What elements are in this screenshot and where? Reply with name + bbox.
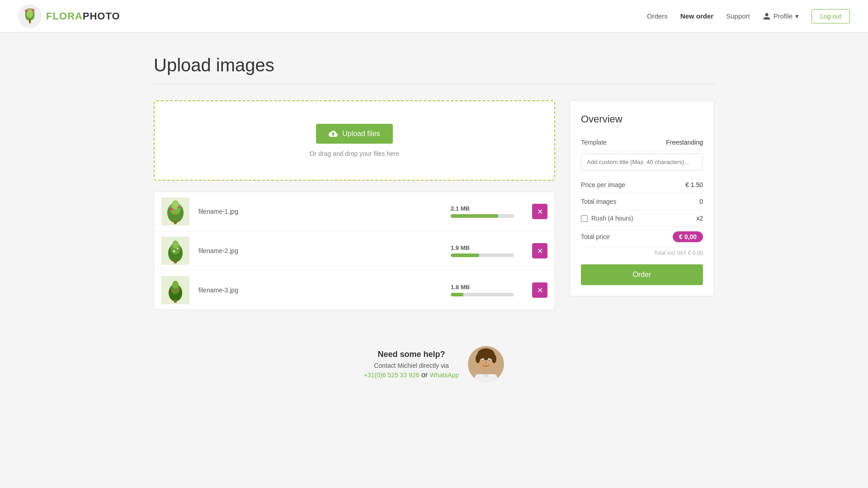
table-row: filename-2.jpg 1.9 MB ✕ bbox=[154, 231, 555, 271]
logo[interactable]: FLORAPHOTO bbox=[18, 5, 120, 28]
rush-row: Rush (4 hours) x2 bbox=[581, 210, 703, 227]
file-size-3: 1.8 MB bbox=[451, 284, 523, 291]
template-value: Freestanding bbox=[666, 139, 703, 146]
svg-point-25 bbox=[177, 289, 179, 291]
svg-point-5 bbox=[25, 9, 28, 12]
svg-point-13 bbox=[174, 212, 176, 214]
profile-label: Profile bbox=[774, 12, 793, 20]
nav-support[interactable]: Support bbox=[726, 12, 750, 20]
help-subtitle: Contact Michiel directly via bbox=[364, 362, 459, 369]
price-per-image-label: Price per image bbox=[581, 181, 625, 188]
svg-point-18 bbox=[173, 250, 175, 252]
svg-point-3 bbox=[27, 9, 33, 18]
file-thumbnail bbox=[161, 237, 189, 265]
file-size-area-1: 2.1 MB bbox=[451, 205, 523, 218]
main-nav: Orders New order Support Profile ▾ Log o… bbox=[647, 9, 850, 23]
main-content: Upload images Upload files Or drag and d… bbox=[136, 33, 732, 409]
upload-zone[interactable]: Upload files Or drag and drop your files… bbox=[154, 100, 555, 181]
progress-bar-fill-3 bbox=[451, 293, 463, 296]
file-size-area-2: 1.9 MB bbox=[451, 244, 523, 257]
svg-point-19 bbox=[177, 248, 179, 249]
rush-label: Rush (4 hours) bbox=[591, 215, 633, 222]
svg-point-35 bbox=[489, 360, 490, 361]
svg-rect-4 bbox=[29, 19, 31, 23]
logout-button[interactable]: Log out bbox=[811, 9, 850, 23]
page-title: Upload images bbox=[154, 55, 714, 75]
rush-left: Rush (4 hours) bbox=[581, 215, 633, 222]
order-button[interactable]: Order bbox=[581, 264, 703, 285]
help-phone-link[interactable]: +31(0)6 525 33 926 bbox=[364, 371, 420, 379]
price-per-image-value: € 1.50 bbox=[685, 181, 703, 188]
drag-drop-text: Or drag and drop your files here bbox=[310, 150, 399, 157]
vat-text: Total incl VAT € 0.00 bbox=[581, 250, 703, 256]
table-row: filename-3.jpg 1.8 MB ✕ bbox=[154, 271, 555, 310]
svg-point-11 bbox=[170, 208, 173, 211]
logo-icon bbox=[18, 5, 42, 28]
total-images-label: Total images bbox=[581, 198, 617, 205]
overview-box: Overview Template Freestanding Price per… bbox=[570, 100, 714, 296]
template-row: Template Freestanding bbox=[581, 134, 703, 151]
svg-point-34 bbox=[482, 360, 484, 361]
total-images-row: Total images 0 bbox=[581, 193, 703, 210]
total-images-value: 0 bbox=[699, 198, 703, 205]
rush-multiplier: x2 bbox=[696, 215, 703, 222]
file-size-area-3: 1.8 MB bbox=[451, 284, 523, 296]
profile-button[interactable]: Profile ▾ bbox=[763, 12, 799, 20]
svg-point-12 bbox=[178, 206, 180, 208]
nav-new-order[interactable]: New order bbox=[680, 12, 713, 20]
avatar-image bbox=[468, 346, 504, 382]
svg-point-31 bbox=[492, 354, 496, 363]
user-icon bbox=[763, 12, 771, 20]
upload-files-button[interactable]: Upload files bbox=[316, 124, 393, 144]
help-section: Need some help? Contact Michiel directly… bbox=[154, 333, 714, 382]
help-or-text: or bbox=[421, 371, 428, 379]
help-contact-line: +31(0)6 525 33 926 or WhatsApp bbox=[364, 371, 459, 379]
avatar bbox=[468, 346, 504, 382]
file-name-1: filename-1.jpg bbox=[198, 208, 442, 215]
svg-rect-20 bbox=[174, 260, 177, 263]
tree-image-2 bbox=[164, 239, 187, 263]
total-price-badge: € 0,00 bbox=[673, 231, 703, 242]
nav-orders[interactable]: Orders bbox=[647, 12, 668, 20]
svg-point-23 bbox=[172, 281, 179, 289]
tree-image-3 bbox=[164, 278, 187, 303]
content-area: Upload files Or drag and drop your files… bbox=[154, 100, 714, 310]
right-panel: Overview Template Freestanding Price per… bbox=[570, 100, 714, 296]
file-list: filename-1.jpg 2.1 MB ✕ bbox=[154, 192, 555, 310]
rush-checkbox[interactable] bbox=[581, 215, 588, 222]
help-text-area: Need some help? Contact Michiel directly… bbox=[364, 350, 459, 379]
file-size-1: 2.1 MB bbox=[451, 205, 523, 212]
file-name-2: filename-2.jpg bbox=[198, 247, 442, 254]
left-panel: Upload files Or drag and drop your files… bbox=[154, 100, 555, 310]
table-row: filename-1.jpg 2.1 MB ✕ bbox=[154, 192, 555, 231]
file-thumbnail bbox=[161, 276, 189, 304]
svg-rect-14 bbox=[174, 221, 177, 224]
progress-bar-fill-2 bbox=[451, 253, 479, 257]
logo-text: FLORAPHOTO bbox=[46, 10, 120, 22]
total-price-label: Total price bbox=[581, 233, 610, 240]
file-name-3: filename-3.jpg bbox=[198, 286, 442, 294]
remove-file-3-button[interactable]: ✕ bbox=[532, 282, 547, 298]
svg-point-30 bbox=[476, 354, 480, 363]
overview-title: Overview bbox=[581, 113, 703, 125]
progress-bar-fill-1 bbox=[451, 214, 498, 218]
profile-caret: ▾ bbox=[795, 12, 799, 20]
svg-point-24 bbox=[171, 291, 173, 292]
custom-title-input[interactable] bbox=[581, 154, 703, 170]
progress-bar-bg-3 bbox=[451, 293, 514, 296]
svg-point-36 bbox=[485, 362, 487, 364]
price-per-image-row: Price per image € 1.50 bbox=[581, 177, 703, 193]
svg-point-17 bbox=[172, 240, 179, 249]
remove-file-1-button[interactable]: ✕ bbox=[532, 204, 547, 219]
svg-point-7 bbox=[30, 8, 32, 10]
progress-bar-bg-1 bbox=[451, 214, 514, 218]
svg-point-6 bbox=[33, 9, 35, 11]
help-title: Need some help? bbox=[364, 350, 459, 359]
header: FLORAPHOTO Orders New order Support Prof… bbox=[0, 0, 868, 33]
tree-image-1 bbox=[164, 199, 187, 224]
help-whatsapp-link[interactable]: WhatsApp bbox=[430, 371, 459, 379]
remove-file-2-button[interactable]: ✕ bbox=[532, 243, 547, 258]
divider bbox=[154, 84, 714, 84]
file-size-2: 1.9 MB bbox=[451, 244, 523, 251]
svg-rect-26 bbox=[174, 300, 177, 303]
